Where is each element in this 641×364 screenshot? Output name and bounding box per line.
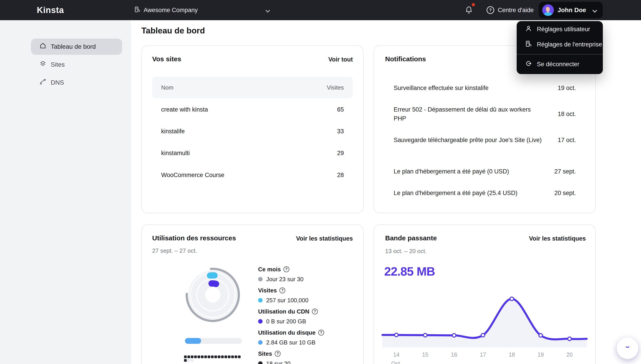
stat-visits: Visites 257 sur 100,000 xyxy=(258,287,324,304)
column-visits: Visites xyxy=(327,84,344,91)
person-icon xyxy=(525,25,532,34)
stat-label: Utilisation du CDN xyxy=(258,308,309,315)
top-navbar: Kinsta Awesome Company xyxy=(0,0,641,20)
view-all-link[interactable]: Voir tout xyxy=(328,56,353,63)
dns-route-icon xyxy=(40,78,46,87)
site-slot xyxy=(221,356,224,358)
sidebar-item-sites[interactable]: Sites xyxy=(31,56,122,73)
site-slot xyxy=(204,356,207,358)
chart-data-points xyxy=(394,297,572,341)
sidebar-item-dashboard[interactable]: Tableau de bord xyxy=(31,38,122,55)
building-icon xyxy=(525,40,532,49)
sidebar-item-label: DNS xyxy=(51,79,64,86)
stat-cdn: Utilisation du CDN 0 B sur 200 GB xyxy=(258,308,324,325)
user-menu-button[interactable]: John Doe xyxy=(539,2,603,18)
site-row[interactable]: WooCommerce Course 28 xyxy=(152,164,353,186)
stat-label: Utilisation du disque xyxy=(258,329,316,336)
site-slot xyxy=(184,356,187,358)
resource-usage-card: Utilisation des ressources Voir les stat… xyxy=(142,224,364,364)
card-title: Utilisation des ressources xyxy=(152,234,236,242)
disk-usage-bar xyxy=(185,338,242,344)
site-row[interactable]: kinstamulti 29 xyxy=(152,142,353,164)
help-icon[interactable] xyxy=(312,308,318,314)
menu-item-label: Se déconnecter xyxy=(537,61,579,68)
site-slot xyxy=(194,356,197,358)
chat-bubble-icon xyxy=(622,342,633,354)
bandwidth-card: Bande passante Voir les statistiques 13 … xyxy=(374,224,596,364)
legend-dot xyxy=(258,361,262,364)
bell-icon xyxy=(465,8,473,16)
help-center-label: Centre d'aide xyxy=(498,7,534,14)
view-statistics-link[interactable]: Voir les statistiques xyxy=(296,235,353,242)
notification-row[interactable]: Le plan d'hébergement a été payé (25.4 U… xyxy=(394,188,576,198)
legend-dot xyxy=(258,298,262,302)
stat-value: 257 sur 100,000 xyxy=(266,297,308,304)
site-visits: 65 xyxy=(337,106,344,113)
notification-date: 20 sept. xyxy=(554,190,576,196)
site-slot xyxy=(188,359,190,362)
stat-label: Ce mois xyxy=(258,266,281,273)
x-tick-label: 17 xyxy=(476,352,490,358)
disk-usage-fill xyxy=(185,338,201,344)
help-icon[interactable] xyxy=(280,288,285,293)
site-slot xyxy=(231,356,234,358)
help-icon[interactable] xyxy=(284,266,289,272)
site-row[interactable]: create with kinsta 65 xyxy=(152,99,353,120)
notification-row[interactable]: Erreur 502 - Dépassement de délai dû aux… xyxy=(394,105,576,123)
notification-row[interactable]: Surveillance effectuée sur kinstalife 19… xyxy=(394,84,576,92)
question-circle-icon xyxy=(486,6,494,14)
x-tick-label: 19 xyxy=(534,352,548,358)
kinsta-logo[interactable]: Kinsta xyxy=(37,0,64,20)
data-point xyxy=(452,334,456,337)
layers-icon xyxy=(40,60,46,69)
unread-notification-dot xyxy=(472,3,475,6)
help-icon[interactable] xyxy=(318,330,324,336)
site-slot xyxy=(211,356,214,358)
notification-row[interactable]: Le plan d'hébergement a été payé (0 USD)… xyxy=(394,167,576,176)
building-icon xyxy=(134,6,140,14)
mykinsta-dashboard: Kinsta Awesome Company xyxy=(0,0,641,364)
help-center-link[interactable]: Centre d'aide xyxy=(486,0,534,20)
data-point xyxy=(424,334,427,337)
x-axis-ticks: 14151617181920 xyxy=(382,352,587,358)
card-title: Notifications xyxy=(385,55,426,63)
site-row[interactable]: kinstalife 33 xyxy=(152,120,353,142)
site-visits: 29 xyxy=(337,150,344,157)
view-statistics-link[interactable]: Voir les statistiques xyxy=(529,235,586,242)
sites-table-body: create with kinsta 65 kinstalife 33 kins… xyxy=(152,99,353,186)
menu-item-company-settings[interactable]: Réglages de l'entreprise xyxy=(517,37,603,52)
company-selector[interactable]: Awesome Company xyxy=(134,0,270,20)
card-title: Bande passante xyxy=(385,234,437,242)
stat-label: Visites xyxy=(258,287,277,294)
sidebar-item-dns[interactable]: DNS xyxy=(31,74,122,91)
notification-row[interactable]: Sauvegarde téléchargeable prête pour Joe… xyxy=(394,136,576,144)
stat-sites: Sites 18 sur 20 xyxy=(258,350,324,364)
card-title: Vos sites xyxy=(152,55,181,63)
notification-date: 27 sept. xyxy=(554,168,576,175)
site-slot xyxy=(191,359,194,362)
your-sites-card: Vos sites Voir tout Nom Visites create w… xyxy=(142,45,364,213)
page-title: Tableau de bord xyxy=(142,26,205,36)
stat-value: 18 sur 20 xyxy=(266,360,290,364)
stat-value: 2.84 GB sur 10 GB xyxy=(266,339,316,346)
site-name: kinstamulti xyxy=(161,150,190,157)
live-chat-button[interactable] xyxy=(617,338,638,359)
bandwidth-line-chart xyxy=(382,292,587,348)
menu-item-user-settings[interactable]: Réglages utilisateur xyxy=(517,22,603,37)
date-range: 27 sept. – 27 oct. xyxy=(152,247,197,254)
menu-item-logout[interactable]: Se déconnecter xyxy=(517,56,603,72)
data-point xyxy=(539,334,542,337)
menu-item-label: Réglages utilisateur xyxy=(537,26,590,33)
legend-dot xyxy=(258,277,262,282)
site-slot xyxy=(184,359,187,362)
chevron-down-icon xyxy=(592,6,597,14)
notification-date: 17 oct. xyxy=(558,137,576,144)
sidebar-item-label: Sites xyxy=(51,61,65,68)
help-icon[interactable] xyxy=(275,351,280,356)
notification-text: Le plan d'hébergement a été payé (25.4 U… xyxy=(394,188,518,198)
site-slot xyxy=(214,356,217,358)
stat-value: 0 B sur 200 GB xyxy=(266,318,306,325)
notification-date: 19 oct. xyxy=(558,84,576,92)
legend-dot xyxy=(258,319,262,324)
notifications-bell-button[interactable] xyxy=(465,6,474,15)
